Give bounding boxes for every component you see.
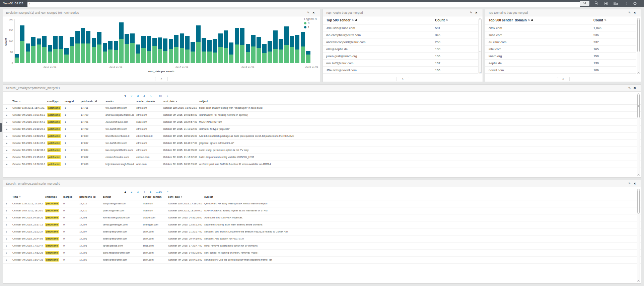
- chart-bar[interactable]: [246, 44, 250, 63]
- close-panel-icon[interactable]: ✖: [633, 11, 639, 14]
- expand-row-caret[interactable]: ▶: [3, 214, 10, 221]
- chart-bar[interactable]: [257, 37, 261, 63]
- term-cell[interactable]: intel.com: [489, 47, 593, 51]
- chart-bar[interactable]: [119, 22, 124, 63]
- chart-bar[interactable]: [240, 28, 244, 63]
- search-button[interactable]: [580, 1, 589, 6]
- chart-bar[interactable]: [290, 36, 294, 63]
- chart-bar[interactable]: [273, 30, 278, 63]
- expand-row-caret[interactable]: ▶: [3, 154, 10, 161]
- legend-toggle-icon[interactable]: ⊙: [314, 17, 317, 21]
- column-header[interactable]: subject: [197, 100, 641, 103]
- pagination-link[interactable]: 2: [131, 94, 132, 98]
- legend-item[interactable]: 0: [304, 21, 317, 25]
- column-header[interactable]: emailtype: [45, 100, 63, 103]
- chart-bar[interactable]: [103, 43, 107, 63]
- column-header[interactable]: Count⇅: [593, 18, 633, 22]
- term-cell[interactable]: suse.com: [489, 33, 593, 37]
- column-header[interactable]: Count⇅: [435, 18, 475, 22]
- term-cell[interactable]: citrix.com: [489, 26, 593, 30]
- column-header[interactable]: Top 500 sender_domain⇅: [489, 18, 593, 22]
- chart-bar[interactable]: [202, 38, 206, 63]
- term-cell[interactable]: wei.liu2@citrix.com: [326, 61, 435, 65]
- pagination-link[interactable]: ...10: [156, 190, 162, 193]
- scrollbar-track[interactable]: ▲ ▼: [637, 189, 640, 282]
- chart-bar[interactable]: [147, 36, 151, 63]
- close-panel-icon[interactable]: ✖: [312, 11, 317, 14]
- chart-bar[interactable]: [279, 39, 283, 63]
- share-icon[interactable]: [623, 1, 627, 5]
- chart-bar[interactable]: [136, 44, 140, 63]
- chart-bar[interactable]: [37, 38, 41, 63]
- expand-row-caret[interactable]: ▶: [3, 221, 10, 228]
- column-header[interactable]: subject: [202, 195, 641, 198]
- expand-row-caret[interactable]: ▶: [3, 119, 10, 125]
- pagination-link[interactable]: ...10: [156, 94, 162, 98]
- column-header[interactable]: patchserie_id: [77, 195, 101, 198]
- pagination-link[interactable]: »: [167, 190, 168, 193]
- term-cell[interactable]: JBeulich@novell.com: [326, 68, 435, 72]
- term-cell[interactable]: linaro.org: [489, 54, 593, 58]
- chart-bar[interactable]: [31, 37, 35, 63]
- edit-panel-icon[interactable]: ✎: [628, 182, 634, 185]
- sort-icon[interactable]: ⇅: [446, 19, 448, 22]
- chart-bar[interactable]: [251, 35, 256, 63]
- chart-bar[interactable]: [163, 38, 167, 63]
- column-header[interactable]: patchserie_id: [79, 100, 103, 103]
- scrollbar-thumb[interactable]: [637, 190, 640, 214]
- column-header[interactable]: emailtype: [43, 195, 61, 198]
- chart-bar[interactable]: [75, 31, 80, 63]
- term-cell[interactable]: julien.grall@linaro.org: [326, 54, 435, 58]
- chart-bar[interactable]: [141, 36, 146, 63]
- sort-icon[interactable]: ⇅: [352, 19, 354, 22]
- chart-bar[interactable]: [97, 32, 101, 63]
- pagination-link[interactable]: 2: [131, 190, 132, 193]
- chart-bar[interactable]: [81, 28, 85, 63]
- scrollbar-track[interactable]: ▲ ▼: [637, 18, 640, 74]
- query-input[interactable]: [27, 2, 580, 7]
- expand-row-caret[interactable]: ▶: [3, 228, 10, 235]
- expand-row-caret[interactable]: ▶: [3, 235, 10, 242]
- chart-bar[interactable]: [301, 32, 305, 63]
- chart-bar[interactable]: [48, 45, 52, 63]
- chart-bar[interactable]: [218, 33, 223, 63]
- scrollbar-thumb[interactable]: [637, 94, 640, 118]
- search-icon[interactable]: [531, 18, 533, 22]
- chart-bar[interactable]: [235, 28, 239, 63]
- expand-row-caret[interactable]: ▶: [3, 140, 10, 147]
- pagination-link[interactable]: 5: [150, 190, 151, 193]
- chart-bar[interactable]: [213, 39, 217, 63]
- scrollbar-thumb[interactable]: [637, 19, 640, 52]
- chart-bar[interactable]: [196, 25, 201, 63]
- term-cell[interactable]: novell.com: [489, 68, 593, 72]
- column-header[interactable]: Top 500 sender⇅: [326, 18, 435, 22]
- collapse-panel-button[interactable]: ∧: [155, 77, 168, 81]
- scrollbar-thumb[interactable]: [479, 19, 481, 52]
- scrollbar-track[interactable]: ▲ ▼: [479, 18, 482, 74]
- chart-bar[interactable]: [306, 51, 310, 63]
- pagination-page-active[interactable]: 1: [124, 94, 126, 98]
- chart-bar[interactable]: [125, 34, 129, 63]
- expand-row-caret[interactable]: ▶: [3, 257, 10, 263]
- save-icon[interactable]: [604, 1, 608, 5]
- expand-row-caret[interactable]: ▶: [3, 147, 10, 154]
- chart-bar[interactable]: [15, 54, 19, 63]
- expand-row-caret[interactable]: ▶: [3, 250, 10, 256]
- search-icon[interactable]: [355, 18, 357, 22]
- term-cell[interactable]: andrew.cooper3@citrix.com: [326, 40, 435, 44]
- close-panel-icon[interactable]: ✖: [633, 182, 639, 185]
- expand-row-caret[interactable]: ▶: [3, 161, 10, 168]
- chart-bar[interactable]: [191, 42, 195, 63]
- chart-bar[interactable]: [180, 33, 184, 63]
- chart-bar[interactable]: [130, 33, 135, 63]
- chart-bar[interactable]: [284, 26, 289, 63]
- sort-icon[interactable]: ⇅: [604, 19, 606, 22]
- column-header[interactable]: sender: [101, 195, 141, 198]
- chart-bar[interactable]: [295, 35, 299, 63]
- expand-row-caret[interactable]: ▶: [3, 105, 10, 111]
- column-header[interactable]: merged: [63, 100, 79, 103]
- chart-bar[interactable]: [158, 37, 162, 63]
- chart-bar[interactable]: [185, 36, 190, 63]
- close-panel-icon[interactable]: ✖: [475, 11, 480, 14]
- chart-bar[interactable]: [20, 25, 24, 63]
